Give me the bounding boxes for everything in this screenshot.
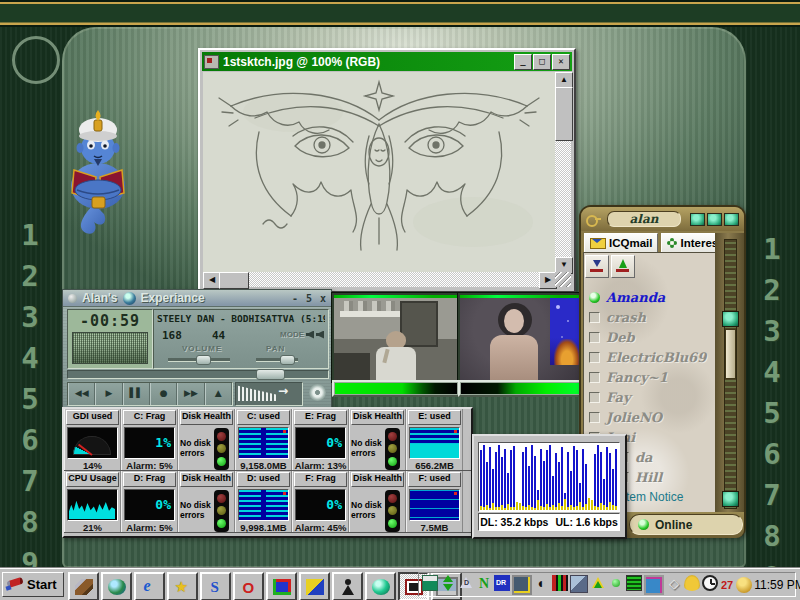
download-bar xyxy=(615,449,617,510)
monitor-cell: C: used9,158.0MB xyxy=(235,409,292,470)
player-titlebar[interactable]: Alan's Experiance - 5 x xyxy=(63,290,331,307)
titlebar-gem-button[interactable] xyxy=(707,213,722,226)
dr-icon[interactable] xyxy=(494,575,510,591)
globe-button[interactable] xyxy=(101,572,132,600)
genie-character[interactable] xyxy=(42,86,142,236)
system-monitor-panel[interactable]: GDI used14%C: Frag1%Alarm: 5%Disk Health… xyxy=(62,407,473,538)
scroll-thumb[interactable] xyxy=(725,329,736,379)
taskbar-clock[interactable]: 11:59 PM xyxy=(754,578,800,592)
clock-icon[interactable] xyxy=(702,575,718,591)
contact-row[interactable]: crash xyxy=(584,307,715,327)
unread-count: 27 xyxy=(720,579,734,591)
player-minimize-button[interactable]: - xyxy=(292,293,298,304)
cd-icon[interactable] xyxy=(309,384,326,401)
contact-row[interactable]: Amanda xyxy=(584,287,715,307)
download-bar xyxy=(576,450,578,510)
display-monitor-icon[interactable] xyxy=(644,575,664,595)
start-button[interactable]: Start xyxy=(2,572,64,597)
seek-thumb[interactable] xyxy=(256,369,285,380)
webcam-feed-right[interactable] xyxy=(458,293,586,382)
monitor-pencil-icon[interactable] xyxy=(512,575,532,595)
pause-button[interactable]: ▌▌ xyxy=(123,383,150,405)
bar-meter-icon[interactable] xyxy=(552,575,568,591)
horizontal-scroll-thumb[interactable] xyxy=(219,272,249,289)
player-menu-icon[interactable] xyxy=(68,294,77,303)
maximize-button[interactable]: □ xyxy=(533,54,551,70)
contact-row[interactable]: Fancy~1 xyxy=(584,367,715,387)
minimize-button[interactable]: _ xyxy=(514,54,532,70)
volume-slider-thumb[interactable] xyxy=(196,355,211,365)
gold-coin-icon[interactable] xyxy=(736,577,752,593)
upload-bar xyxy=(606,507,608,510)
offline-contact-icon xyxy=(589,332,600,343)
blue-swirl-button[interactable] xyxy=(200,572,231,600)
paint-yellow-button[interactable] xyxy=(299,572,330,600)
contact-row[interactable]: Deb xyxy=(584,327,715,347)
wallpaper-digit: 3 xyxy=(8,300,52,334)
left-digit-column: 123456789 xyxy=(8,218,52,580)
play-button[interactable]: ▶ xyxy=(95,383,122,405)
horizontal-scrollbar[interactable]: ◀ ▶ xyxy=(203,272,555,287)
webcam-feed-left[interactable] xyxy=(332,293,460,382)
download-speed: DL: 35.2 kbps xyxy=(480,516,548,528)
titlebar-gem-button[interactable] xyxy=(724,213,739,226)
disk-health-text: No disk errors xyxy=(351,439,383,459)
status-selector[interactable]: Online xyxy=(629,514,743,535)
paint-tool-button[interactable] xyxy=(68,572,99,600)
vertical-scrollbar[interactable]: ▲ ▼ xyxy=(555,72,571,272)
upload-bar xyxy=(558,503,560,510)
contact-row[interactable]: JolieNO xyxy=(584,407,715,427)
status-flame-button[interactable] xyxy=(611,255,635,278)
pan-slider-thumb[interactable] xyxy=(280,355,295,365)
gold-star-button[interactable] xyxy=(167,572,198,600)
stock-chart-icon[interactable] xyxy=(422,575,438,591)
person-button[interactable] xyxy=(332,572,363,600)
contact-row[interactable]: Fay xyxy=(584,387,715,407)
mode-indicator: MODE xyxy=(280,330,324,339)
download-triangle-icon[interactable] xyxy=(458,575,474,591)
half-circle-icon[interactable] xyxy=(534,575,550,591)
up-arrow-icon[interactable] xyxy=(590,575,606,591)
wallpaper-digit: 6 xyxy=(750,437,794,471)
diamond-icon[interactable] xyxy=(666,575,682,591)
genie-lamp-icon[interactable] xyxy=(684,575,700,591)
updown-arrows-icon[interactable] xyxy=(440,575,456,591)
icqmail-button[interactable]: ICQmail xyxy=(584,233,658,253)
upload-bar xyxy=(489,508,491,510)
contact-name: JolieNO xyxy=(606,410,662,425)
media-player-window[interactable]: Alan's Experiance - 5 x -00:59 STEELY DA… xyxy=(62,289,332,409)
eject-button[interactable]: ▲ xyxy=(205,383,232,405)
seek-bar[interactable] xyxy=(67,370,329,379)
download-bar xyxy=(582,449,584,510)
dim-light xyxy=(217,506,226,515)
close-button[interactable]: ✕ xyxy=(552,54,570,70)
net-status-bar: DL: 35.2 kbps UL: 1.6 kbps xyxy=(478,513,620,531)
media-player-button[interactable] xyxy=(266,572,297,600)
player-restore-button[interactable]: 5 xyxy=(306,293,312,304)
internet-explorer-button[interactable] xyxy=(134,572,165,600)
vertical-scroll-thumb[interactable] xyxy=(555,87,573,141)
resource-meter-icon[interactable] xyxy=(626,575,642,591)
opera-button[interactable] xyxy=(233,572,264,600)
image-file-icon xyxy=(204,55,219,69)
contact-row[interactable]: ElectricBlu69 xyxy=(584,347,715,367)
stop-button[interactable]: ● xyxy=(150,383,177,405)
next-button[interactable]: ▶▶ xyxy=(177,383,204,405)
icq-scrollbar[interactable] xyxy=(715,233,744,513)
image-viewer-window[interactable]: 1stsktch.jpg @ 100% (RGB) _ □ ✕ xyxy=(198,48,576,293)
scroll-up-gem-button[interactable] xyxy=(722,311,739,327)
scroll-down-gem-button[interactable] xyxy=(722,491,739,507)
icq-titlebar[interactable]: alan xyxy=(581,207,744,231)
network-computers-icon[interactable] xyxy=(570,575,588,593)
previous-button[interactable]: ◀◀ xyxy=(68,383,95,405)
download-bar xyxy=(495,452,497,510)
green-orb-button[interactable] xyxy=(365,572,396,600)
titlebar-gem-button[interactable] xyxy=(690,213,705,226)
netscape-icon[interactable] xyxy=(476,575,492,591)
player-close-button[interactable]: x xyxy=(320,293,326,304)
resize-grip[interactable] xyxy=(555,272,571,287)
network-monitor-window[interactable]: DL: 35.2 kbps UL: 1.6 kbps xyxy=(472,434,627,539)
green-dot-icon[interactable] xyxy=(608,575,624,591)
incoming-message-button[interactable] xyxy=(585,255,609,278)
image-window-titlebar[interactable]: 1stsktch.jpg @ 100% (RGB) _ □ ✕ xyxy=(202,52,572,71)
